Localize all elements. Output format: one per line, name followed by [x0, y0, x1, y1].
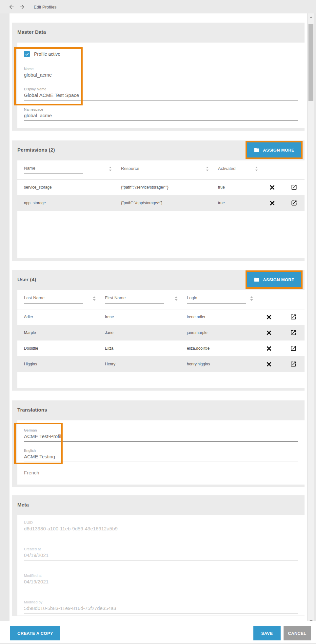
cell-resource: {"path":"/app/storage/*"} [114, 195, 211, 211]
sort-icon[interactable] [206, 167, 209, 171]
cell-login: eliza.doolittle [180, 340, 256, 356]
sort-icon[interactable] [109, 167, 112, 171]
filter-last-name-input[interactable]: Last Name [24, 295, 83, 304]
page-title: Edit Profiles [34, 5, 56, 9]
section-title: Master Data [17, 29, 302, 35]
modified-by-label: Modified by [24, 600, 298, 604]
created-at-value: 04/19/2021 [24, 552, 298, 561]
master-data-card: Profile active Name global_acme Display … [17, 43, 305, 128]
cell-login: jane.marple [180, 325, 256, 340]
display-name-input[interactable]: Global ACME Test Space [24, 92, 298, 101]
open-in-new-icon[interactable] [290, 361, 297, 367]
permissions-table-card: Name Resource Activated [17, 160, 305, 258]
uuid-field: UUID d6d13980-a100-11eb-9d59-43e16912a5b… [24, 521, 298, 534]
section-permissions: Permissions (2) ASSIGN MORE Name Res [12, 140, 305, 261]
remove-icon[interactable] [270, 185, 275, 190]
sort-icon[interactable] [250, 296, 253, 301]
german-label: German [24, 428, 298, 432]
table-row: Doolittle Eliza eliza.doolittle [17, 340, 305, 356]
profile-active-label: Profile active [34, 51, 60, 57]
section-meta: Meta UUID d6d13980-a100-11eb-9d59-43e169… [12, 495, 305, 616]
cell-first-name: Irene [98, 309, 180, 325]
vertical-scrollbar[interactable] [308, 13, 314, 625]
scrollbar-thumb[interactable] [308, 24, 313, 101]
filter-name-input[interactable]: Name [24, 166, 83, 174]
modified-at-value: 04/19/2021 [24, 579, 298, 587]
name-field: Name global_acme [24, 67, 298, 80]
german-input[interactable]: ACME Test-Profil [24, 433, 298, 442]
assign-more-highlight: ASSIGN MORE [246, 270, 303, 289]
french-input[interactable]: French [24, 470, 298, 478]
cell-last-name: Adler [17, 309, 98, 325]
scroll-up-icon[interactable] [309, 16, 313, 18]
folder-icon [254, 277, 260, 283]
cell-login: irene.adler [180, 309, 256, 325]
namespace-label: Namespace [24, 107, 298, 111]
section-users: User (4) ASSIGN MORE Last Name First [12, 270, 305, 391]
section-title: Meta [17, 502, 302, 507]
assign-more-users-button[interactable]: ASSIGN MORE [247, 272, 301, 287]
forward-arrow-icon[interactable] [19, 4, 25, 10]
cell-last-name: Marple [17, 325, 98, 340]
remove-icon[interactable] [267, 330, 271, 335]
display-name-field: Display Name Global ACME Test Space [24, 87, 298, 101]
permissions-table: Name Resource Activated [17, 160, 305, 211]
create-copy-button[interactable]: CREATE A COPY [10, 626, 60, 640]
english-label: English [24, 449, 298, 452]
name-label: Name [24, 67, 298, 71]
cell-name: service_storage [17, 179, 114, 195]
cell-login: henry.higgins [180, 356, 256, 372]
uuid-label: UUID [24, 521, 298, 524]
uuid-value: d6d13980-a100-11eb-9d59-43e16912a5b9 [24, 526, 298, 534]
profile-active-checkbox[interactable] [24, 51, 30, 57]
column-resource: Resource [121, 166, 139, 174]
cancel-button[interactable]: CANCEL [284, 626, 311, 640]
filter-first-name-input[interactable]: First Name [105, 295, 164, 304]
english-field: English ACME Testing [24, 449, 298, 462]
back-arrow-icon[interactable] [8, 4, 15, 10]
cell-activated: true [211, 179, 261, 195]
modified-at-label: Modified at [24, 574, 298, 578]
namespace-field: Namespace global_acme [24, 107, 298, 121]
users-header-row: Last Name First Name Login [17, 290, 305, 309]
german-field: German ACME Test-Profil [24, 428, 298, 442]
remove-icon[interactable] [267, 362, 271, 367]
table-row: Adler Irene irene.adler [17, 309, 305, 325]
open-in-new-icon[interactable] [290, 345, 297, 352]
open-in-new-icon[interactable] [290, 329, 297, 336]
namespace-input[interactable]: global_acme [24, 113, 298, 121]
modified-by-field: Modified by 5d98d010-5b83-11e9-816d-75f2… [24, 600, 298, 614]
french-field: French [24, 470, 298, 478]
name-input[interactable]: global_acme [24, 72, 298, 80]
assign-more-label: ASSIGN MORE [263, 148, 294, 153]
assign-more-permissions-button[interactable]: ASSIGN MORE [247, 142, 301, 157]
remove-icon[interactable] [267, 346, 271, 351]
table-row: Marple Jane jane.marple [17, 325, 305, 340]
sort-icon[interactable] [93, 296, 96, 301]
created-at-label: Created at [24, 547, 298, 551]
checkmark-icon [25, 52, 29, 56]
table-row: Higgins Henry henry.higgins [17, 356, 305, 372]
remove-icon[interactable] [270, 201, 275, 206]
remove-icon[interactable] [267, 315, 271, 320]
cell-first-name: Eliza [98, 340, 180, 356]
assign-more-label: ASSIGN MORE [263, 277, 294, 282]
cell-first-name: Jane [98, 325, 180, 340]
cell-last-name: Doolittle [17, 340, 98, 356]
sort-icon[interactable] [175, 296, 178, 301]
cell-resource: {"path":"/service/storage/*"} [114, 179, 211, 195]
open-in-new-icon[interactable] [291, 200, 297, 206]
display-name-label: Display Name [24, 87, 298, 91]
filter-login-input[interactable]: Login [187, 295, 246, 304]
cell-first-name: Henry [98, 356, 180, 372]
sort-icon[interactable] [255, 167, 258, 171]
open-in-new-icon[interactable] [291, 184, 297, 191]
column-activated: Activated [218, 166, 235, 174]
modified-by-value: 5d98d010-5b83-11e9-816d-75f27de354a3 [24, 605, 298, 614]
save-button[interactable]: SAVE [253, 626, 281, 640]
open-in-new-icon[interactable] [290, 314, 297, 320]
english-input[interactable]: ACME Testing [24, 454, 298, 462]
action-bar: CREATE A COPY SAVE CANCEL [0, 621, 316, 643]
section-title: Translations [17, 407, 302, 413]
section-master-data: Master Data Profile active Name global_a… [12, 23, 305, 131]
